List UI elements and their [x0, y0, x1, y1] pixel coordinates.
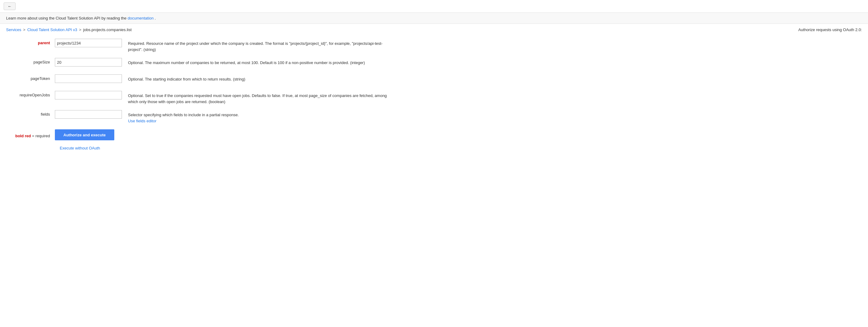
desc-fields: Selector specifying which fields to incl…	[122, 110, 239, 124]
desc-pagetoken: Optional. The starting indicator from wh…	[122, 75, 245, 82]
field-row-pagetoken: pageToken Optional. The starting indicat…	[6, 75, 862, 85]
desc-pagesize: Optional. The maximum number of companie…	[122, 58, 365, 66]
input-wrapper-fields	[55, 110, 122, 119]
desc-fields-text: Selector specifying which fields to incl…	[128, 113, 239, 117]
input-pagesize[interactable]	[55, 58, 122, 66]
form-container: parent Required. Resource name of the pr…	[0, 36, 868, 153]
input-wrapper-pagetoken	[55, 75, 122, 83]
legend-row: bold red = required Authorize and execut…	[6, 129, 862, 140]
info-banner: Learn more about using the Cloud Talent …	[0, 13, 868, 24]
breadcrumb-left: Services > Cloud Talent Solution API v3 …	[6, 27, 132, 32]
input-wrapper-parent	[55, 39, 122, 47]
label-requireopenjobs: requireOpenJobs	[6, 91, 55, 97]
input-wrapper-pagesize	[55, 58, 122, 66]
input-wrapper-requireopenjobs	[55, 91, 122, 99]
label-pagetoken: pageToken	[6, 75, 55, 81]
documentation-link[interactable]: documentation	[128, 16, 154, 21]
breadcrumb-current: jobs.projects.companies.list	[83, 27, 132, 32]
label-parent: parent	[6, 39, 55, 45]
info-text-after: .	[155, 16, 156, 21]
oauth-label: Authorize requests using OAuth 2.0:	[798, 27, 862, 32]
top-bar: ←	[0, 0, 868, 13]
input-parent[interactable]	[55, 39, 122, 47]
breadcrumb-sep-1: >	[23, 27, 26, 32]
info-text-before: Learn more about using the Cloud Talent …	[6, 16, 128, 21]
execute-link-row: Execute without OAuth	[55, 146, 862, 150]
field-row-fields: fields Selector specifying which fields …	[6, 110, 862, 124]
authorize-btn-wrapper: Authorize and execute	[55, 129, 122, 140]
legend-equals: = required	[32, 133, 50, 138]
legend-bold-red: bold red	[15, 133, 31, 138]
back-button[interactable]: ←	[4, 2, 16, 10]
input-pagetoken[interactable]	[55, 75, 122, 83]
execute-without-oauth-link[interactable]: Execute without OAuth	[60, 146, 100, 150]
desc-parent: Required. Resource name of the project u…	[122, 39, 396, 53]
input-fields[interactable]	[55, 110, 122, 119]
input-requireopenjobs[interactable]	[55, 91, 122, 99]
breadcrumb: Services > Cloud Talent Solution API v3 …	[0, 24, 868, 36]
services-link[interactable]: Services	[6, 27, 21, 32]
breadcrumb-sep-2: >	[79, 27, 82, 32]
desc-requireopenjobs: Optional. Set to true if the companies r…	[122, 91, 396, 105]
authorize-execute-button[interactable]: Authorize and execute	[55, 129, 114, 140]
field-row-pagesize: pageSize Optional. The maximum number of…	[6, 58, 862, 69]
label-pagesize: pageSize	[6, 58, 55, 64]
label-fields: fields	[6, 110, 55, 117]
legend-label: bold red = required	[6, 132, 55, 138]
api-link[interactable]: Cloud Talent Solution API v3	[27, 27, 77, 32]
field-row-requireopenjobs: requireOpenJobs Optional. Set to true if…	[6, 91, 862, 105]
back-icon: ←	[8, 4, 11, 8]
use-fields-editor-link[interactable]: Use fields editor	[128, 119, 156, 123]
field-row-parent: parent Required. Resource name of the pr…	[6, 39, 862, 53]
